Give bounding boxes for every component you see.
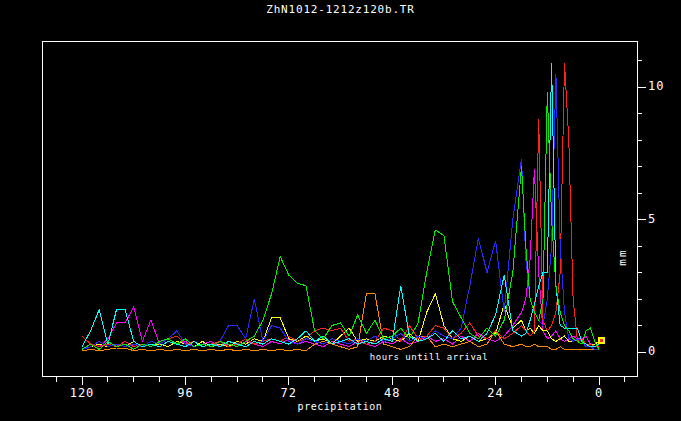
- hours-until-arrival-label: hours untill arrival: [370, 352, 488, 362]
- x-axis-title: precipitation: [298, 401, 383, 412]
- x-tick-label: 24: [487, 386, 503, 400]
- x-tick-label: 0: [595, 386, 603, 400]
- y-tick-label: 5: [648, 212, 656, 226]
- x-tick-label: 72: [281, 386, 297, 400]
- series-line-member-cyan: [82, 63, 599, 347]
- series-line-member-red: [82, 63, 599, 347]
- series-line-member-blue: [82, 74, 599, 350]
- y-tick-label: 10: [648, 79, 664, 93]
- x-tick-label: 96: [177, 386, 193, 400]
- end-marker-center: [600, 339, 603, 342]
- y-tick-label: 0: [648, 344, 656, 358]
- meteogram-window: ZhN1012-1212z120b.TR hours untill arriva…: [0, 0, 681, 421]
- series-line-member-orange: [82, 294, 599, 351]
- series-line-member-magenta: [82, 169, 599, 349]
- x-tick-label: 48: [384, 386, 400, 400]
- x-tick-label: 120: [70, 386, 95, 400]
- y-axis-unit-label: mm: [616, 248, 629, 265]
- plot-canvas: [0, 0, 681, 421]
